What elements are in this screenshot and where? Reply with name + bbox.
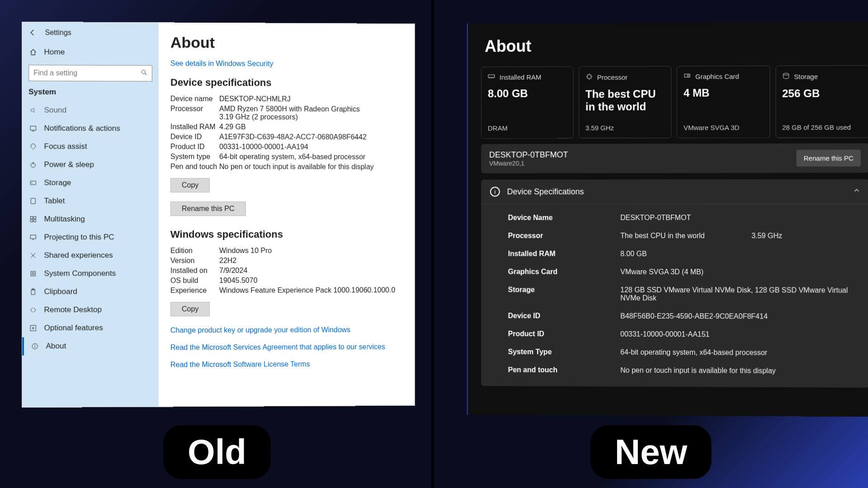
project-icon <box>28 234 38 241</box>
sidebar-item-storage[interactable]: Storage <box>22 174 159 192</box>
spec-key: Installed RAM <box>508 250 621 258</box>
product-key-link[interactable]: Change product key or upgrade your editi… <box>170 326 403 335</box>
spec-value: 7/9/2024 <box>219 266 403 275</box>
sidebar-item-label: Power & sleep <box>44 160 94 169</box>
spec-value: The best CPU in the world <box>620 232 751 240</box>
card-value: The best CPU in the world <box>585 88 665 124</box>
sidebar-item-sound[interactable]: Sound <box>22 101 159 120</box>
sidebar-item-about[interactable]: About <box>22 337 159 355</box>
sidebar-item-label: Shared experiences <box>44 251 113 260</box>
main-pane: About See details in Windows Security De… <box>159 23 415 406</box>
svg-rect-21 <box>488 75 495 77</box>
spec-card-storage[interactable]: Storage256 GB28 GB of 256 GB used <box>775 65 868 138</box>
copy-button[interactable]: Copy <box>170 302 210 316</box>
sidebar-item-label: About <box>46 342 66 351</box>
rename-pc-button[interactable]: Rename this PC <box>797 150 861 166</box>
home-icon <box>28 48 38 56</box>
power-icon <box>28 161 38 168</box>
new-settings-window: About Installed RAM8.00 GBDRAMProcessorT… <box>467 22 868 417</box>
services-agreement-link[interactable]: Read the Microsoft Services Agreement th… <box>170 343 403 352</box>
sidebar-item-remote[interactable]: Remote Desktop <box>22 300 159 319</box>
license-terms-link[interactable]: Read the Microsoft Software License Term… <box>170 360 403 369</box>
search-input[interactable] <box>28 65 152 81</box>
card-subtitle: DRAM <box>488 124 566 132</box>
storage-icon <box>782 72 789 81</box>
windows-spec-heading: Windows specifications <box>170 229 403 240</box>
spec-key: Pen and touch <box>170 163 219 171</box>
sidebar-item-clipboard[interactable]: Clipboard <box>22 282 159 301</box>
svg-line-1 <box>145 73 147 75</box>
sidebar-item-power[interactable]: Power & sleep <box>22 155 159 174</box>
info-icon: i <box>490 187 500 197</box>
svg-rect-11 <box>33 220 36 222</box>
spec-value: VMware SVGA 3D (4 MB) <box>620 268 868 277</box>
spec-key: Product ID <box>508 330 621 338</box>
svg-rect-9 <box>33 216 36 219</box>
search-icon <box>141 69 147 78</box>
home-label: Home <box>44 47 65 56</box>
tablet-icon <box>28 197 38 205</box>
spec-value: DESKTOP-NCHMLRJ <box>219 95 403 103</box>
sidebar-item-label: Optional features <box>44 324 103 333</box>
svg-point-24 <box>687 75 689 76</box>
cpu-icon <box>585 73 593 82</box>
rename-bar: DESKTOP-0TBFMOT VMware20,1 Rename this P… <box>481 143 868 173</box>
card-subtitle: 3.59 GHz <box>585 124 665 131</box>
sidebar-item-label: System Components <box>44 269 116 278</box>
about-heading: About <box>170 33 403 52</box>
spec-card-cpu[interactable]: ProcessorThe best CPU in the world3.59 G… <box>579 66 671 138</box>
vm-model: VMware20,1 <box>489 160 568 167</box>
svg-rect-13 <box>31 272 35 276</box>
sidebar-item-shared[interactable]: Shared experiences <box>22 246 159 264</box>
sidebar-item-project[interactable]: Projecting to this PC <box>22 228 159 246</box>
home-button[interactable]: Home <box>22 43 159 61</box>
about-icon <box>30 343 39 350</box>
security-link[interactable]: See details in Windows Security <box>170 60 403 69</box>
spec-value: 00331-10000-00001-AA194 <box>219 143 403 151</box>
clipboard-icon <box>28 288 38 296</box>
device-spec-heading: Device specifications <box>170 77 403 89</box>
spec-value: No pen or touch input is available for t… <box>219 163 403 171</box>
sidebar-item-multitask[interactable]: Multitasking <box>22 210 159 228</box>
sidebar-item-label: Multitasking <box>44 215 85 224</box>
spec-key: Device ID <box>508 312 621 320</box>
card-subtitle: VMware SVGA 3D <box>684 123 763 131</box>
sidebar-item-components[interactable]: System Components <box>22 264 159 283</box>
copy-button[interactable]: Copy <box>170 178 210 192</box>
search-field[interactable] <box>33 69 141 77</box>
sidebar-item-notif[interactable]: Notifications & actions <box>22 119 159 138</box>
spec-card-ram[interactable]: Installed RAM8.00 GBDRAM <box>481 66 573 139</box>
spec-value: DESKTOP-0TBFMOT <box>620 214 868 222</box>
spec-card-gpu[interactable]: Graphics Card4 MBVMware SVGA 3D <box>677 66 770 138</box>
titlebar: Settings <box>22 22 159 44</box>
svg-point-20 <box>35 345 36 346</box>
spec-key: Storage <box>508 286 621 302</box>
shared-icon <box>28 252 38 259</box>
spec-key: Version <box>170 257 219 265</box>
sidebar-item-tablet[interactable]: Tablet <box>22 192 159 210</box>
sidebar-item-focus[interactable]: Focus assist <box>22 137 159 156</box>
spec-key: Installed on <box>170 267 219 275</box>
spec-value: 4.29 GB <box>219 123 403 131</box>
svg-rect-14 <box>32 273 34 275</box>
gpu-icon <box>684 73 691 80</box>
spec-key: OS build <box>170 277 219 285</box>
back-icon[interactable] <box>28 28 37 37</box>
expander-header[interactable]: i Device Specifications <box>481 179 868 205</box>
category-header: System <box>22 88 159 102</box>
card-title: Processor <box>597 73 627 81</box>
ram-icon <box>488 73 495 81</box>
card-value: 256 GB <box>782 87 862 124</box>
spec-key: Pen and touch <box>508 366 621 375</box>
sidebar-item-label: Storage <box>44 178 71 188</box>
old-badge: Old <box>163 425 271 479</box>
spec-value: Windows 10 Pro <box>219 247 403 255</box>
svg-rect-10 <box>30 220 33 222</box>
sidebar-item-label: Projecting to this PC <box>44 233 114 242</box>
rename-pc-button[interactable]: Rename this PC <box>170 202 245 216</box>
chevron-up-icon <box>854 188 860 196</box>
sidebar-item-optional[interactable]: Optional features <box>22 319 159 337</box>
storage-icon <box>28 179 38 187</box>
window-title: Settings <box>45 28 71 37</box>
spec-heading: Device Specifications <box>507 187 846 197</box>
